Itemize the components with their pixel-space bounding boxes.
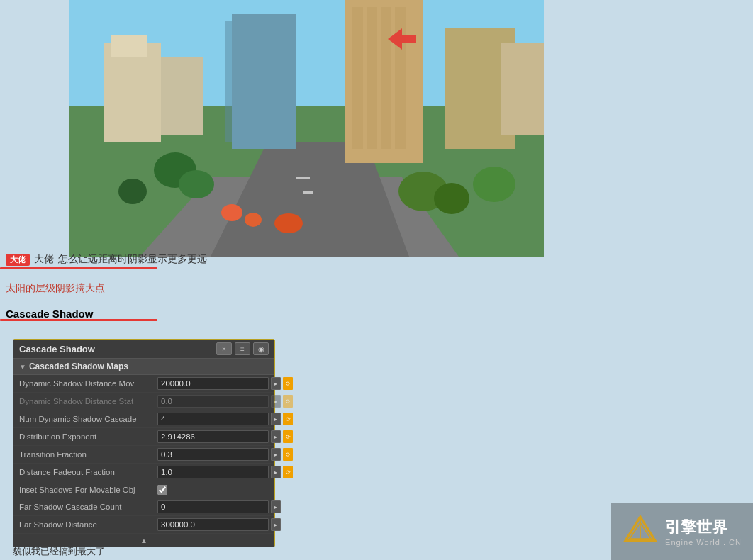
prop-row-far-shadow-distance: Far Shadow Distance ▸ [13, 516, 274, 534]
svg-rect-6 [104, 43, 161, 142]
prop-input-num-cascade[interactable] [157, 413, 269, 425]
prop-arrow-btn-distance-fadeout[interactable]: ▸ [271, 466, 281, 478]
prop-row-far-shadow-count: Far Shadow Cascade Count ▸ [13, 498, 274, 516]
prop-label-far-shadow-distance: Far Shadow Distance [19, 520, 157, 529]
prop-arrow-btn-far-shadow-count[interactable]: ▸ [271, 500, 281, 513]
logo-area: 引擎世界 Engine World . CN [611, 503, 753, 560]
svg-rect-17 [501, 43, 544, 135]
logo-text-wrap: 引擎世界 Engine World . CN [665, 517, 742, 547]
logo-english-text: Engine World . CN [665, 538, 742, 547]
svg-point-20 [118, 179, 147, 204]
top-question-bar: 大佬 大佬 怎么让远距离时阴影显示更多更远 [0, 252, 753, 267]
svg-point-26 [245, 213, 262, 227]
prop-row-num-cascade: Num Dynamic Shadow Cascade ▸ ⟳ [13, 410, 274, 428]
logo-icon [623, 514, 658, 549]
prop-value-wrap-inset-shadows [157, 485, 269, 495]
prop-arrow-btn-num-cascade[interactable]: ▸ [271, 413, 281, 425]
screenshot-viewport [69, 0, 544, 257]
prop-value-wrap-distance-fadeout: ▸ ⟳ [157, 466, 293, 478]
prop-label-distance-fadeout: Distance Fadeout Fraction [19, 468, 157, 476]
prop-value-wrap-far-shadow-count: ▸ [157, 500, 281, 513]
prop-input-far-shadow-count[interactable] [157, 500, 269, 513]
svg-rect-13 [367, 7, 377, 149]
prop-label-transition-fraction: Transition Fraction [19, 450, 157, 459]
panel-list-button[interactable]: ≡ [235, 342, 250, 355]
svg-point-27 [274, 213, 303, 233]
svg-point-19 [179, 170, 214, 198]
prop-reset-btn-dynamic-shadow-stat: ⟳ [283, 395, 293, 408]
prop-value-wrap-dynamic-shadow-stat: ▸ ⟳ [157, 395, 293, 408]
prop-reset-btn-distance-fadeout[interactable]: ⟳ [283, 466, 293, 478]
prop-checkbox-inset-shadows[interactable] [157, 485, 167, 495]
prop-input-dynamic-shadow-stat [157, 395, 269, 408]
prop-label-distribution-exponent: Distribution Exponent [19, 432, 157, 441]
prop-value-wrap-transition-fraction: ▸ ⟳ [157, 448, 293, 461]
question-text: 怎么让远距离时阴影显示更多更远 [58, 253, 207, 266]
prop-arrow-btn-far-shadow-distance[interactable]: ▸ [271, 518, 281, 531]
separator-bar-1 [0, 267, 157, 269]
prop-input-transition-fraction[interactable] [157, 448, 269, 461]
section-collapse-arrow: ▼ [19, 363, 26, 371]
prop-value-wrap-far-shadow-distance: ▸ [157, 518, 281, 531]
svg-rect-14 [381, 7, 391, 149]
svg-rect-8 [111, 35, 147, 57]
prop-reset-btn-dynamic-shadow-mov[interactable]: ⟳ [283, 377, 293, 390]
svg-point-25 [221, 204, 242, 221]
prop-arrow-btn-distribution-exponent[interactable]: ▸ [271, 430, 281, 443]
prop-reset-btn-num-cascade[interactable]: ⟳ [283, 413, 293, 425]
panel-title: Cascade Shadow [19, 344, 95, 354]
prop-row-distribution-exponent: Distribution Exponent ▸ ⟳ [13, 428, 274, 446]
section1-title: 太阳的层级阴影搞大点 [6, 282, 105, 295]
prop-input-distance-fadeout[interactable] [157, 466, 269, 478]
prop-row-inset-shadows: Inset Shadows For Movable Obj [13, 481, 274, 498]
svg-point-23 [473, 167, 515, 202]
prop-value-wrap-distribution-exponent: ▸ ⟳ [157, 430, 293, 443]
prop-arrow-btn-transition-fraction[interactable]: ▸ [271, 448, 281, 461]
user-tag: 大佬 [6, 254, 30, 266]
prop-row-dynamic-shadow-mov: Dynamic Shadow Distance Mov ▸ ⟳ [13, 375, 274, 393]
svg-rect-10 [225, 21, 232, 142]
svg-rect-15 [395, 7, 406, 149]
prop-row-dynamic-shadow-stat: Dynamic Shadow Distance Stat ▸ ⟳ [13, 393, 274, 410]
prop-reset-btn-transition-fraction[interactable]: ⟳ [283, 448, 293, 461]
svg-rect-9 [232, 14, 296, 149]
prop-value-wrap-num-cascade: ▸ ⟳ [157, 413, 293, 425]
svg-rect-12 [352, 7, 363, 149]
prop-label-far-shadow-count: Far Shadow Cascade Count [19, 503, 157, 511]
svg-rect-4 [296, 177, 310, 179]
scroll-up-arrow: ▲ [140, 537, 147, 544]
section2-title: Cascade Shadow [6, 308, 93, 320]
svg-point-22 [434, 183, 469, 214]
separator-bar-2 [0, 319, 157, 321]
prop-label-dynamic-shadow-mov: Dynamic Shadow Distance Mov [19, 379, 157, 388]
cascade-shadow-panel: Cascade Shadow × ≡ ◉ ▼ Cascaded Shadow M… [13, 339, 275, 547]
bottom-text: 貌似我已经搞到最大了 [13, 545, 105, 558]
logo-chinese-text: 引擎世界 [665, 517, 727, 538]
prop-arrow-btn-dynamic-shadow-stat: ▸ [271, 395, 281, 408]
panel-header-icons: × ≡ ◉ [216, 342, 269, 355]
user-text: 大佬 [34, 253, 54, 266]
prop-input-far-shadow-distance[interactable] [157, 518, 269, 531]
prop-label-num-cascade: Num Dynamic Shadow Cascade [19, 415, 157, 423]
prop-row-distance-fadeout: Distance Fadeout Fraction ▸ ⟳ [13, 464, 274, 481]
svg-rect-7 [161, 57, 203, 135]
prop-value-wrap-dynamic-shadow-mov: ▸ ⟳ [157, 377, 293, 390]
svg-rect-5 [303, 191, 313, 194]
prop-label-inset-shadows: Inset Shadows For Movable Obj [19, 486, 157, 494]
panel-close-button[interactable]: × [216, 342, 232, 355]
prop-input-dynamic-shadow-mov[interactable] [157, 377, 269, 390]
panel-header: Cascade Shadow × ≡ ◉ [13, 340, 274, 359]
prop-label-dynamic-shadow-stat: Dynamic Shadow Distance Stat [19, 397, 157, 405]
section-header[interactable]: ▼ Cascaded Shadow Maps [13, 359, 274, 375]
prop-input-distribution-exponent[interactable] [157, 430, 269, 443]
prop-reset-btn-distribution-exponent[interactable]: ⟳ [283, 430, 293, 443]
panel-eye-button[interactable]: ◉ [253, 342, 269, 355]
prop-arrow-btn-dynamic-shadow-mov[interactable]: ▸ [271, 377, 281, 390]
prop-row-transition-fraction: Transition Fraction ▸ ⟳ [13, 446, 274, 464]
section-label: Cascaded Shadow Maps [29, 362, 128, 371]
